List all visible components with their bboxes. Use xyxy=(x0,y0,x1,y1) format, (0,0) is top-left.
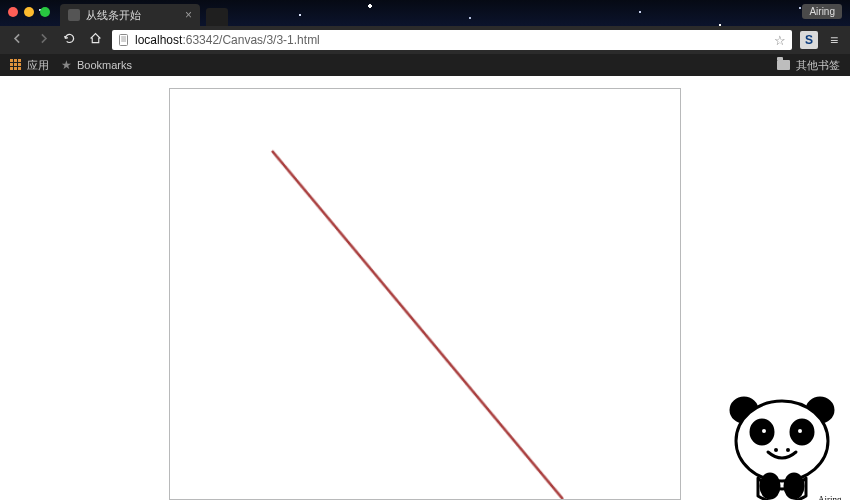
svg-point-9 xyxy=(761,428,768,435)
other-bookmarks-label: 其他书签 xyxy=(796,58,840,73)
bookmarks-bar: 应用 ★ Bookmarks 其他书签 xyxy=(0,54,850,76)
bookmark-item[interactable]: ★ Bookmarks xyxy=(61,58,132,72)
svg-point-7 xyxy=(751,420,773,444)
minimize-window-button[interactable] xyxy=(24,7,34,17)
url-text: localhost:63342/Canvas/3/3-1.html xyxy=(135,33,320,47)
address-bar[interactable]: localhost:63342/Canvas/3/3-1.html ☆ xyxy=(112,30,792,50)
window-controls xyxy=(8,7,50,17)
new-tab-button[interactable] xyxy=(206,8,228,26)
bookmark-star-icon[interactable]: ☆ xyxy=(774,33,786,48)
tab-active[interactable]: 从线条开始 × xyxy=(60,4,200,26)
canvas-element xyxy=(169,88,681,500)
back-button[interactable] xyxy=(8,32,26,48)
page-viewport: Airing xyxy=(0,76,850,500)
toolbar: localhost:63342/Canvas/3/3-1.html ☆ S ≡ xyxy=(0,26,850,54)
svg-point-12 xyxy=(786,448,790,452)
close-tab-icon[interactable]: × xyxy=(185,8,192,22)
apps-label: 应用 xyxy=(27,58,49,73)
tab-title: 从线条开始 xyxy=(86,8,179,23)
browser-chrome: 从线条开始 × Airing localhost:63342/Canvas/3/… xyxy=(0,0,850,76)
svg-point-10 xyxy=(797,428,804,435)
svg-point-14 xyxy=(785,474,803,498)
profile-chip[interactable]: Airing xyxy=(802,4,842,19)
folder-icon xyxy=(777,60,790,70)
star-icon: ★ xyxy=(61,58,72,72)
maximize-window-button[interactable] xyxy=(40,7,50,17)
mascot-signature: Airing xyxy=(818,494,842,500)
chrome-menu-icon[interactable]: ≡ xyxy=(826,32,842,48)
tab-favicon xyxy=(68,9,80,21)
tab-strip: 从线条开始 × Airing xyxy=(0,0,850,26)
site-info-icon[interactable] xyxy=(118,34,130,46)
svg-point-4 xyxy=(731,398,757,422)
svg-point-11 xyxy=(774,448,778,452)
svg-point-5 xyxy=(807,398,833,422)
bookmark-label: Bookmarks xyxy=(77,59,132,71)
reload-button[interactable] xyxy=(60,32,78,48)
apps-grid-icon xyxy=(10,59,22,71)
svg-point-6 xyxy=(736,401,828,481)
forward-button[interactable] xyxy=(34,32,52,48)
other-bookmarks[interactable]: 其他书签 xyxy=(777,58,840,73)
close-window-button[interactable] xyxy=(8,7,18,17)
svg-rect-0 xyxy=(120,35,128,46)
svg-point-8 xyxy=(791,420,813,444)
panda-mascot: Airing xyxy=(718,386,846,500)
svg-point-13 xyxy=(761,474,779,498)
apps-shortcut[interactable]: 应用 xyxy=(10,58,49,73)
home-button[interactable] xyxy=(86,32,104,48)
extension-icon[interactable]: S xyxy=(800,31,818,49)
